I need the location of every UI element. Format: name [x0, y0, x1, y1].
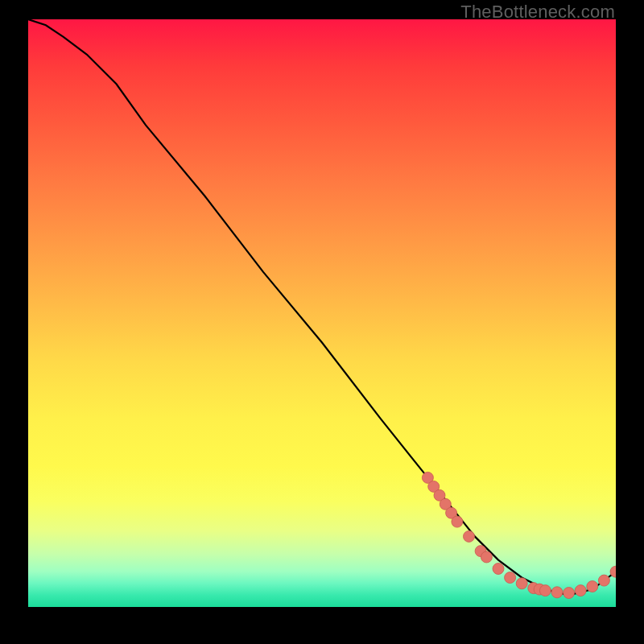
- data-point: [539, 585, 551, 597]
- data-point: [452, 516, 463, 527]
- data-point: [505, 572, 516, 584]
- chart-svg: [28, 19, 616, 607]
- data-point: [564, 588, 575, 599]
- chart-area: [28, 19, 616, 607]
- data-point: [464, 530, 475, 542]
- bottleneck-curve: [28, 19, 616, 595]
- data-point: [587, 581, 598, 592]
- data-point: [551, 587, 563, 598]
- data-point: [575, 585, 586, 597]
- curve-markers: [422, 472, 616, 598]
- data-point: [598, 575, 609, 586]
- data-point: [516, 578, 527, 589]
- data-point: [481, 551, 492, 563]
- data-point: [493, 564, 504, 575]
